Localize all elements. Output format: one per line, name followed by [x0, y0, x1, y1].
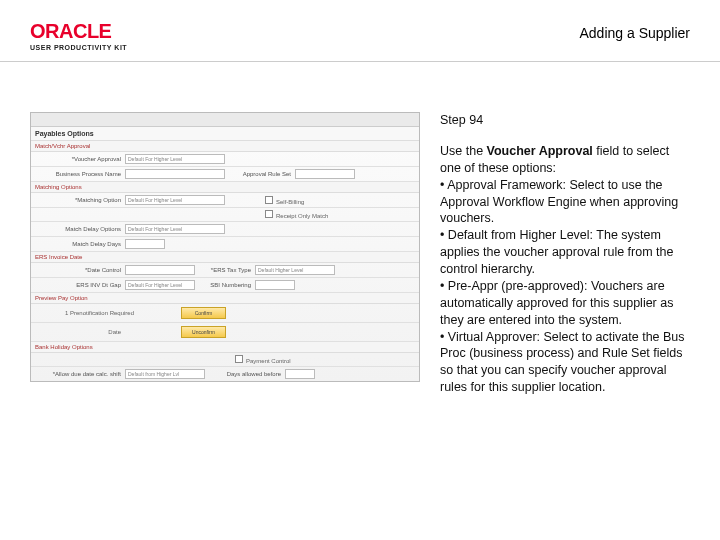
embedded-screenshot: Payables Options Match/Vchr Approval *Vo… — [30, 112, 420, 382]
ss-label-self-billing: Self-Billing — [276, 199, 304, 205]
ss-chk-payment-control[interactable] — [235, 355, 243, 363]
ss-label-voucher-approval: *Voucher Approval — [35, 156, 125, 162]
ss-field-match-delay-days[interactable] — [125, 239, 165, 249]
bullet-default-higher: • Default from Higher Level: The system … — [440, 227, 690, 278]
ss-field-days-before[interactable] — [285, 369, 315, 379]
ss-btn-confirm[interactable]: Confirm — [181, 307, 226, 319]
ss-field-allow-shift[interactable]: Default from Higher Lvl — [125, 369, 205, 379]
ss-label-match-delay-days: Match Delay Days — [35, 241, 125, 247]
ss-chk-receipt-only[interactable] — [265, 210, 273, 218]
ss-chk-self-billing[interactable] — [265, 196, 273, 204]
ss-btn-unconfirm[interactable]: Unconfirm — [181, 326, 226, 338]
ss-label-date: Date — [35, 329, 125, 335]
ss-label-payment-control: Payment Control — [246, 358, 291, 364]
ss-label-match-delay-opt: Match Delay Options — [35, 226, 125, 232]
instruction-intro: Use the Voucher Approval field to select… — [440, 143, 690, 177]
ss-field-ers-tax[interactable]: Default Higher Level — [255, 265, 335, 275]
ss-title: Payables Options — [31, 127, 419, 141]
ss-label-ers-gap: ERS INV Dt Gap — [35, 282, 125, 288]
ss-section-bank-holiday: Bank Holiday Options — [31, 342, 419, 353]
ss-field-bp[interactable] — [125, 169, 225, 179]
ss-label-bp: Business Process Name — [35, 171, 125, 177]
ss-label-sbi: SBI Numbering — [195, 282, 255, 288]
instruction-panel: Step 94 Use the Voucher Approval field t… — [440, 112, 690, 396]
ss-label-allow-shift: *Allow due date calc. shift — [35, 371, 125, 377]
bullet-approval-framework: • Approval Framework: Select to use the … — [440, 177, 690, 228]
ss-label-date-control: *Date Control — [35, 267, 125, 273]
ss-field-date-control[interactable] — [125, 265, 195, 275]
brand-logo: ORACLE — [30, 20, 127, 43]
ss-label-days-before: Days allowed before — [205, 371, 285, 377]
ss-field-voucher-approval[interactable]: Default For Higher Level — [125, 154, 225, 164]
ss-label-ers-tax: *ERS Tax Type — [195, 267, 255, 273]
ss-label-prenote: 1 Prenotification Required — [35, 310, 180, 316]
ss-section-ers: ERS Invoice Date — [31, 252, 419, 263]
page-title: Adding a Supplier — [579, 20, 690, 41]
brand-subtitle: USER PRODUCTIVITY KIT — [30, 44, 127, 51]
ss-label-appr-rule: Approval Rule Set — [225, 171, 295, 177]
ss-field-matching-option[interactable]: Default For Higher Level — [125, 195, 225, 205]
ss-field-appr-rule[interactable] — [295, 169, 355, 179]
ss-label-receipt-only: Receipt Only Match — [276, 213, 328, 219]
ss-section-matching: Matching Options — [31, 182, 419, 193]
brand-block: ORACLE USER PRODUCTIVITY KIT — [30, 20, 127, 51]
ss-section-preview: Preview Pay Option — [31, 293, 419, 304]
bullet-virtual-approver: • Virtual Approver: Select to activate t… — [440, 329, 690, 397]
bullet-pre-appr: • Pre-Appr (pre-approved): Vouchers are … — [440, 278, 690, 329]
ss-field-sbi[interactable] — [255, 280, 295, 290]
step-label: Step 94 — [440, 112, 690, 129]
ss-field-ers-gap[interactable]: Default For Higher Level — [125, 280, 195, 290]
ss-label-matching-option: *Matching Option — [35, 197, 125, 203]
ss-field-match-delay-opt[interactable]: Default For Higher Level — [125, 224, 225, 234]
ss-section-approval: Match/Vchr Approval — [31, 141, 419, 152]
